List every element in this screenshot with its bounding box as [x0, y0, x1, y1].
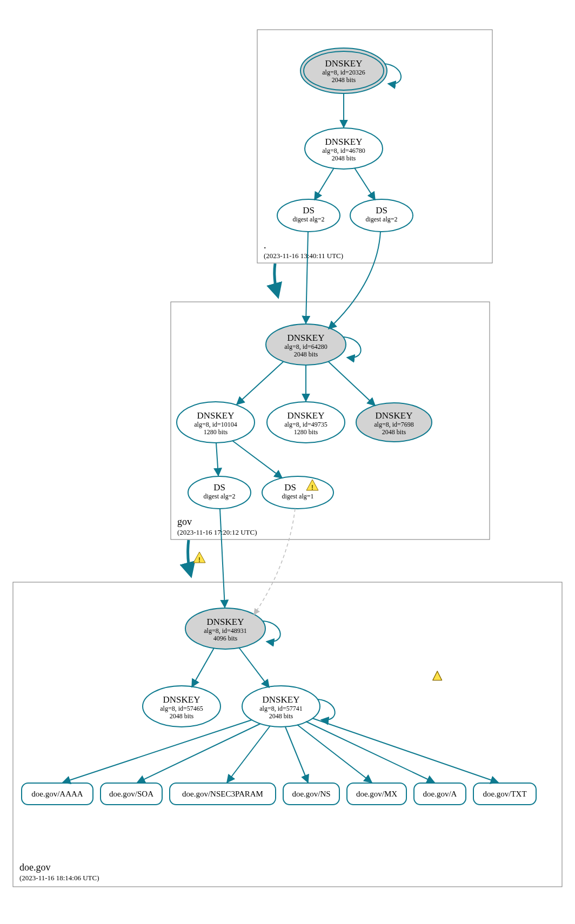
zone-name-gov: gov [177, 516, 192, 527]
svg-text:4096 bits: 4096 bits [213, 635, 238, 642]
zone-name-root: . [264, 240, 266, 251]
svg-text:DNSKEY: DNSKEY [197, 410, 235, 421]
rr-ns: doe.gov/NS [283, 783, 339, 805]
zone-box-doe [13, 582, 562, 887]
svg-text:digest alg=1: digest alg=1 [282, 493, 313, 500]
edge-rootzsk-ds1 [315, 168, 334, 200]
node-doe-ksk: DNSKEY alg=8, id=48931 4096 bits [185, 608, 265, 649]
node-root-ds2: DS digest alg=2 [350, 199, 413, 232]
svg-text:doe.gov/NS: doe.gov/NS [292, 790, 330, 798]
svg-text:digest alg=2: digest alg=2 [365, 215, 397, 223]
node-gov-ds1: DS digest alg=2 [188, 476, 251, 509]
edge-zsk2-soa [137, 724, 260, 783]
svg-text:DNSKEY: DNSKEY [325, 137, 363, 147]
edge-doe-zsk2-self [318, 699, 335, 720]
edge-govds1-doeksk [220, 509, 225, 608]
svg-text:DNSKEY: DNSKEY [325, 58, 363, 69]
edge-rootzsk-ds2 [355, 168, 375, 200]
zone-time-root: (2023-11-16 13:40:11 UTC) [264, 252, 343, 260]
dnssec-graph: . (2023-11-16 13:40:11 UTC) DNSKEY alg=8… [0, 0, 575, 924]
edge-govzsk1-ds1 [216, 443, 218, 476]
node-root-zsk: DNSKEY alg=8, id=46780 2048 bits [305, 128, 383, 169]
rr-txt: doe.gov/TXT [473, 783, 536, 805]
svg-text:DNSKEY: DNSKEY [207, 617, 244, 627]
zone-time-doe: (2023-11-16 18:14:06 UTC) [19, 874, 99, 882]
svg-text:doe.gov/AAAA: doe.gov/AAAA [31, 790, 83, 798]
edge-root-to-gov [275, 264, 278, 296]
edge-zsk2-txt [312, 718, 498, 783]
edge-ds2-govksk [329, 232, 380, 329]
node-root-ksk: DNSKEY alg=8, id=20326 2048 bits [300, 48, 387, 93]
node-gov-zsk2: DNSKEY alg=8, id=49735 1280 bits [267, 402, 345, 443]
node-root-ds1: DS digest alg=2 [277, 199, 340, 232]
svg-text:alg=8, id=57465: alg=8, id=57465 [160, 705, 203, 712]
svg-text:alg=8, id=20326: alg=8, id=20326 [322, 69, 365, 76]
svg-text:digest alg=2: digest alg=2 [292, 215, 324, 223]
node-doe-zsk2: DNSKEY alg=8, id=57741 2048 bits [242, 686, 320, 727]
edge-zsk2-nsec3 [227, 726, 270, 783]
svg-text:DS: DS [284, 482, 296, 493]
edge-doe-ksk-self [263, 621, 280, 642]
edge-govds2-doeksk [254, 509, 295, 615]
edge-doeksk-zsk1 [192, 648, 214, 687]
edge-zsk2-mx [297, 725, 372, 783]
node-gov-ksk: DNSKEY alg=8, id=64280 2048 bits [266, 324, 346, 365]
svg-text:alg=8, id=49735: alg=8, id=49735 [284, 421, 327, 428]
svg-text:digest alg=2: digest alg=2 [203, 493, 235, 500]
svg-text:alg=8, id=57741: alg=8, id=57741 [259, 705, 303, 712]
node-doe-zsk1: DNSKEY alg=8, id=57465 2048 bits [143, 686, 220, 727]
edge-zsk2-a [306, 721, 434, 783]
rr-mx: doe.gov/MX [347, 783, 406, 805]
edge-govksk-zsk3 [329, 362, 375, 406]
warning-icon: ! [306, 480, 442, 680]
svg-text:DS: DS [376, 205, 387, 215]
svg-text:!: ! [198, 556, 200, 564]
svg-text:doe.gov/MX: doe.gov/MX [356, 790, 397, 798]
svg-text:doe.gov/SOA: doe.gov/SOA [109, 790, 153, 798]
svg-text:alg=8, id=46780: alg=8, id=46780 [322, 147, 365, 154]
rr-soa: doe.gov/SOA [101, 783, 162, 805]
svg-text:DNSKEY: DNSKEY [288, 410, 325, 421]
svg-text:DNSKEY: DNSKEY [288, 333, 325, 343]
rr-nsec3param: doe.gov/NSEC3PARAM [170, 783, 276, 805]
warning-icon: ! [193, 552, 205, 564]
svg-text:DS: DS [213, 482, 225, 493]
edge-ds1-govksk [306, 232, 308, 323]
svg-text:2048 bits: 2048 bits [269, 712, 293, 720]
svg-text:1280 bits: 1280 bits [294, 428, 318, 436]
zone-time-gov: (2023-11-16 17:20:12 UTC) [177, 528, 257, 536]
svg-text:alg=8, id=48931: alg=8, id=48931 [204, 627, 247, 635]
svg-text:alg=8, id=10104: alg=8, id=10104 [194, 421, 237, 428]
svg-text:2048 bits: 2048 bits [170, 712, 194, 720]
svg-text:alg=8, id=64280: alg=8, id=64280 [284, 343, 327, 350]
edge-gov-to-doe [188, 540, 191, 575]
svg-text:DNSKEY: DNSKEY [263, 694, 300, 705]
svg-text:2048 bits: 2048 bits [332, 76, 356, 84]
svg-text:doe.gov/NSEC3PARAM: doe.gov/NSEC3PARAM [182, 790, 263, 798]
svg-text:1280 bits: 1280 bits [204, 428, 228, 436]
rr-a: doe.gov/A [414, 783, 466, 805]
svg-text:2048 bits: 2048 bits [382, 428, 406, 436]
svg-text:DS: DS [303, 205, 315, 215]
edge-gov-ksk-self [344, 337, 361, 358]
zone-name-doe: doe.gov [19, 862, 51, 873]
svg-text:DNSKEY: DNSKEY [163, 694, 200, 705]
edge-zsk2-ns [285, 727, 308, 783]
rr-aaaa: doe.gov/AAAA [22, 783, 93, 805]
node-gov-zsk1: DNSKEY alg=8, id=10104 1280 bits [177, 402, 255, 443]
svg-text:doe.gov/TXT: doe.gov/TXT [483, 790, 526, 798]
node-gov-ds2: DS digest alg=1 ! [262, 476, 442, 680]
edge-govksk-zsk1 [237, 362, 283, 404]
svg-text:doe.gov/A: doe.gov/A [423, 790, 457, 798]
svg-text:2048 bits: 2048 bits [332, 154, 356, 162]
svg-text:DNSKEY: DNSKEY [376, 410, 413, 421]
svg-text:2048 bits: 2048 bits [294, 350, 318, 358]
edge-doeksk-zsk2 [239, 648, 269, 687]
svg-text:alg=8, id=7698: alg=8, id=7698 [374, 421, 414, 428]
node-gov-zsk3: DNSKEY alg=8, id=7698 2048 bits [356, 403, 432, 442]
edge-govzsk1-ds2 [232, 441, 282, 478]
svg-text:!: ! [311, 483, 313, 491]
